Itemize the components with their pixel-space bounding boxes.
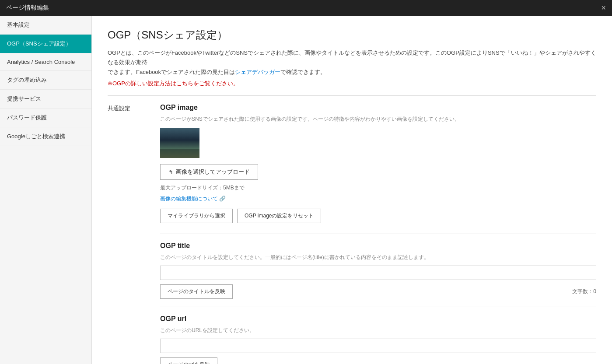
ogp-title-description: このページのタイトルを設定してください。一般的にはページ名(title)に書かれ… [160,253,596,261]
common-settings-label: 共通設定 [108,104,143,364]
library-button[interactable]: マイライブラリから選択 [160,209,233,223]
ogp-title-heading: OGP title [160,242,596,250]
note-line: ※OGPの詳しい設定方法はこちらをご覧ください。 [108,80,596,88]
char-count-title: 文字数：0 [572,288,596,295]
reset-button[interactable]: OGP imageの設定をリセット [237,209,321,223]
sidebar-item-ogp[interactable]: OGP（SNSシェア設定） [0,35,91,53]
upload-button-label: 画像を選択してアップロード [176,168,250,176]
ogp-url-description: このページのURLを設定してください。 [160,326,596,334]
layout: 基本設定 OGP（SNSシェア設定） Analytics / Search Co… [0,16,612,364]
image-buttons-row: マイライブラリから選択 OGP imageの設定をリセット [160,209,596,223]
upload-icon: ↰ [168,169,173,175]
main-content: OGP（SNSシェア設定） OGPとは、このページがFacebookやTwitt… [92,16,612,364]
sidebar: 基本設定 OGP（SNSシェア設定） Analytics / Search Co… [0,16,92,364]
upload-size-text: 最大アップロードサイズ：5MBまで [160,184,596,192]
ogp-image-preview [160,128,199,158]
ogp-title-footer: ページのタイトルを反映 文字数：0 [160,284,596,299]
ogp-image-title: OGP image [160,104,596,112]
page-title: OGP（SNSシェア設定） [108,28,596,42]
divider [108,95,596,96]
ogp-detail-link[interactable]: こちら [176,80,193,87]
sidebar-item-password[interactable]: パスワード保護 [0,108,91,127]
sidebar-item-partnership[interactable]: 提携サービス [0,90,91,108]
sidebar-item-analytics[interactable]: Analytics / Search Console [0,53,91,71]
upload-button[interactable]: ↰ 画像を選択してアップロード [160,164,258,180]
share-debugger-link[interactable]: シェアデバッガー [235,69,280,75]
ogp-image-section: OGP image このページがSNSでシェアされた際に使用する画像の設定です。… [160,104,596,364]
ogp-title-input[interactable] [160,266,596,280]
title-bar: ページ情報編集 × [0,0,612,16]
ogp-image-description: このページがSNSでシェアされた際に使用する画像の設定です。ページの特徴や内容が… [160,115,596,123]
ogp-url-buttons-row: ページのurlを反映 [160,357,596,364]
close-button[interactable]: × [601,4,606,12]
common-settings-row: 共通設定 OGP image このページがSNSでシェアされた際に使用する画像の… [108,104,596,364]
image-edit-link[interactable]: 画像の編集機能について 🔗 [160,195,596,203]
sidebar-item-google[interactable]: Googleしごと検索連携 [0,127,91,146]
reflect-url-button[interactable]: ページのurlを反映 [160,357,217,364]
description-line1: OGPとは、このページがFacebookやTwitterなどのSNSでシェアされ… [108,48,596,77]
divider-2 [160,234,596,234]
title-bar-label: ページ情報編集 [6,4,49,12]
ogp-url-heading: OGP url [160,315,596,323]
sidebar-item-basic[interactable]: 基本設定 [0,16,91,35]
sidebar-item-tag[interactable]: タグの埋め込み [0,71,91,90]
reflect-title-button[interactable]: ページのタイトルを反映 [160,284,233,299]
ogp-url-input[interactable] [160,339,596,353]
ogp-image-thumbnail [160,128,199,158]
divider-3 [160,307,596,307]
